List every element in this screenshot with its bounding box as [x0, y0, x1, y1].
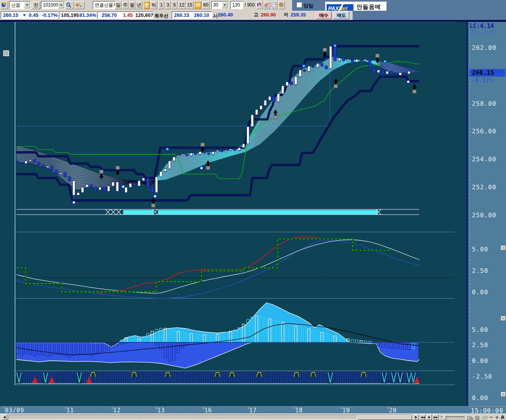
day-tickmark: [203, 407, 204, 409]
minor-ticks: [469, 25, 471, 243]
quote-bar: 260.15 ▼ 0.45 -0.17% 105,195 81.34% 258.…: [0, 11, 506, 20]
close-icon[interactable]: ×: [501, 392, 506, 397]
code-select[interactable]: 10100000 ▼: [41, 1, 65, 9]
zoom-out-icon[interactable]: −: [489, 414, 493, 420]
day-label: 19: [342, 407, 350, 414]
current-price-pct: -0.17%: [472, 77, 493, 84]
sell-button[interactable]: 매도: [334, 11, 349, 19]
bar-combo[interactable]: 30 ▼: [211, 1, 228, 9]
day-label: 20: [389, 407, 397, 414]
minute-button-1[interactable]: 1: [158, 1, 164, 9]
ohl-box: 260.40 고 260.90 저 259.35: [218, 11, 314, 19]
day-label: 11: [66, 407, 74, 414]
day-checkbox[interactable]: [296, 2, 302, 7]
bid-value: 260.15: [174, 12, 189, 18]
price-tick: 256.00: [472, 128, 496, 135]
buy-button[interactable]: 매수: [316, 11, 332, 19]
price-change: 0.45: [29, 12, 38, 18]
minute-button-60[interactable]: 60: [202, 1, 210, 9]
zoom-in-icon[interactable]: +: [495, 414, 499, 420]
play-button[interactable]: ▶: [413, 414, 419, 420]
grid-toggle-icon[interactable]: [3, 50, 9, 56]
chevron-down-icon[interactable]: ▼: [222, 2, 228, 8]
stop-button[interactable]: ■: [426, 414, 432, 420]
minute-button-3[interactable]: 3: [165, 1, 171, 9]
window-grid-icon[interactable]: [467, 415, 473, 420]
period-button-주[interactable]: 주: [122, 1, 128, 9]
chart-scrollbar[interactable]: ◀ ▶ ◀◀ ■ ▶▶ − + A: [0, 413, 506, 420]
chevron-down-icon[interactable]: ▼: [58, 2, 64, 8]
best-label: 최우선: [154, 13, 168, 19]
minute-mode-button[interactable]: 분: [143, 1, 150, 9]
day-tickmark: [112, 407, 112, 409]
rewind-button[interactable]: ◀◀: [420, 414, 426, 420]
period-button-일[interactable]: 일: [115, 1, 122, 9]
price-change-pct: -0.17%: [42, 12, 58, 18]
scroll-left-button[interactable]: ◀: [2, 414, 7, 420]
day-label: 17: [249, 407, 257, 414]
hc-value: HC:-0.67: [470, 29, 497, 36]
low-label: 저: [284, 11, 288, 18]
day-tickmark: [388, 407, 388, 409]
search-button[interactable]: [66, 1, 74, 9]
lc-value: LC:4.14: [470, 23, 494, 30]
day-tickmark: [4, 407, 4, 409]
sound-button[interactable]: [75, 1, 85, 9]
ask-value: 260.10: [194, 12, 209, 18]
price-box: 260.15 ▼ 0.45 -0.17%: [1, 11, 58, 19]
fast-forward-button[interactable]: ▶▶: [433, 414, 439, 420]
trendline-tool-icon[interactable]: [482, 415, 488, 420]
close-icon[interactable]: ×: [501, 316, 506, 321]
high-value: 260.90: [261, 11, 276, 18]
note-icon[interactable]: [1, 1, 8, 9]
chevron-down-icon[interactable]: ▼: [24, 2, 30, 8]
chart-area[interactable]: [0, 22, 506, 406]
count-total-label: / 900: [245, 2, 255, 8]
minute-button-5[interactable]: 5: [171, 1, 177, 9]
osc-tick: 5.00: [472, 246, 488, 253]
price-axis[interactable]: LC:4.14 HC:-0.67 260.15 -0.17% 262.00258…: [468, 22, 506, 406]
signal-strip: [16, 371, 420, 384]
market-select[interactable]: 선옵 ▼: [9, 1, 31, 9]
day-tickmark: [294, 407, 294, 409]
diff-value: 1.45: [123, 12, 133, 18]
high-label: 고: [254, 11, 258, 18]
price-tick: 258.00: [472, 100, 496, 107]
line-chart-icon[interactable]: [264, 1, 270, 9]
scrollbar-thumb[interactable]: [357, 415, 412, 420]
jeon-button[interactable]: 전: [32, 1, 40, 9]
bar-combo-value: 30: [213, 2, 218, 8]
price-tick: 262.00: [472, 44, 496, 51]
macd-tick: -2.50: [472, 373, 492, 380]
minute-button-12[interactable]: 12: [178, 1, 186, 9]
current-price-tag: 260.15: [469, 69, 505, 77]
settings-gear-icon[interactable]: [475, 415, 480, 420]
close-icon[interactable]: ×: [501, 246, 506, 250]
minor-ticks: [469, 316, 471, 391]
macd-tick: 2.50: [472, 341, 488, 349]
tick-mode-button[interactable]: 틱: [151, 1, 157, 9]
osc-tick: 2.50: [472, 267, 488, 274]
gear-icon[interactable]: [278, 1, 285, 9]
chart-doc-icon[interactable]: [271, 1, 278, 9]
day-tickmark: [248, 407, 248, 409]
time-axis[interactable]: 03/091112131617181920 15:00:00: [0, 406, 506, 414]
strip-tick: 0.00: [472, 394, 488, 402]
macd-tick: 0.00: [472, 357, 488, 364]
zoom-slider-thumb[interactable]: [443, 415, 446, 420]
period-button-년[interactable]: 년: [136, 1, 142, 9]
prev-box: 258.70 1.45 120,607: [97, 11, 153, 19]
ratio-value: 81.34%: [79, 12, 96, 18]
day-label: 03/09: [5, 407, 24, 414]
count-field[interactable]: 120: [230, 1, 243, 9]
auto-scale-icon[interactable]: A: [501, 414, 504, 420]
period-button-월[interactable]: 월: [129, 1, 135, 9]
candle-tool-icon[interactable]: [256, 1, 263, 9]
scrollbar-track[interactable]: [8, 415, 412, 420]
chart-canvas[interactable]: [0, 22, 506, 406]
day-label: 13: [157, 407, 165, 414]
minute-button-30[interactable]: 30: [194, 1, 202, 9]
minute-button-15[interactable]: 15: [186, 1, 194, 9]
day-checkbox-label: 당일: [304, 2, 314, 9]
open-value: 260.40: [218, 11, 233, 18]
